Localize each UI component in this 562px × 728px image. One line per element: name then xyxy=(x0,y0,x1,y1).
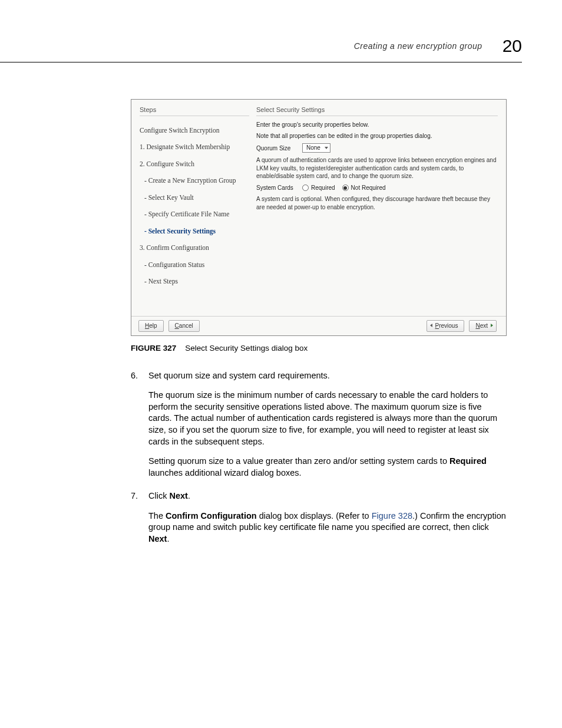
step-1: 1. Designate Switch Membership xyxy=(140,139,249,156)
running-head: Creating a new encryption group 20 xyxy=(0,34,522,62)
step-7-headline: Click Next. xyxy=(148,490,507,502)
step-6-para-1: The quorum size is the minimum number of… xyxy=(148,390,507,447)
figure-label: FIGURE 327 xyxy=(131,344,176,353)
step-3b: - Next Steps xyxy=(140,274,249,291)
dialog-screenshot: Steps Configure Switch Encryption 1. Des… xyxy=(131,99,522,336)
main-panel: Select Security Settings Enter the group… xyxy=(253,100,506,317)
figure-caption: FIGURE 327 Select Security Settings dial… xyxy=(131,343,562,354)
required-bold: Required xyxy=(449,456,487,466)
step-3: 3. Confirm Configuration xyxy=(140,240,249,257)
next-button[interactable]: Next xyxy=(469,320,497,332)
step-2c: - Specify Certificate File Name xyxy=(140,206,249,223)
radio-not-required[interactable]: Not Required xyxy=(342,184,386,192)
quorum-note: A quorum of authentication cards are use… xyxy=(256,156,498,180)
step-7: 7. Click Next. The Confirm Configuration… xyxy=(131,490,507,545)
step-6: 6. Set quorum size and system card requi… xyxy=(131,370,507,479)
step-2d-selected: - Select Security Settings xyxy=(140,223,249,240)
text: dialog box displays. (Refer to xyxy=(257,511,372,521)
button-bar: Help Cancel Previous Next xyxy=(131,316,506,335)
running-title: Creating a new encryption group xyxy=(354,41,482,52)
steps-heading: Configure Switch Encryption xyxy=(140,122,249,139)
figure-text: Select Security Settings dialog box xyxy=(185,344,308,353)
system-cards-label: System Cards xyxy=(256,184,302,192)
main-title: Select Security Settings xyxy=(256,106,498,114)
previous-button[interactable]: Previous xyxy=(427,320,465,332)
chapter-number: 20 xyxy=(503,34,522,58)
radio-required[interactable]: Required xyxy=(302,184,335,192)
quorum-row: Quorum Size None xyxy=(256,143,498,153)
separator xyxy=(140,116,249,116)
system-cards-row: System Cards Required Not Required xyxy=(256,184,498,192)
step-3a: - Configuration Status xyxy=(140,256,249,274)
step-2b: - Select Key Vault xyxy=(140,189,249,206)
steps-panel: Steps Configure Switch Encryption 1. Des… xyxy=(131,100,253,317)
quorum-select[interactable]: None xyxy=(302,143,330,153)
next-bold-2: Next xyxy=(148,534,167,543)
rule xyxy=(0,62,522,62)
steps-label: Steps xyxy=(140,106,249,114)
intro-2: Note that all properties can be edited i… xyxy=(256,132,498,140)
next-bold: Next xyxy=(169,491,187,500)
radio-dot-icon xyxy=(302,185,309,191)
text: . xyxy=(188,491,190,500)
figure-328-link[interactable]: Figure 328 xyxy=(372,511,412,521)
help-button[interactable]: Help xyxy=(138,320,164,332)
radio-required-label: Required xyxy=(311,184,335,192)
step-2: 2. Configure Switch xyxy=(140,156,249,173)
step-6-para-2: Setting quorum size to a value greater t… xyxy=(148,456,507,479)
text: The xyxy=(148,511,166,521)
step-2a: - Create a New Encryption Group xyxy=(140,173,249,190)
step-7-para: The Confirm Configuration dialog box dis… xyxy=(148,510,507,545)
text: Click xyxy=(148,491,169,500)
confirm-config-bold: Confirm Configuration xyxy=(166,511,257,521)
radio-dot-icon xyxy=(342,185,349,191)
step-7-number: 7. xyxy=(131,490,138,502)
separator xyxy=(256,116,498,116)
text: launches additional wizard dialog boxes. xyxy=(148,468,302,477)
quorum-label: Quorum Size xyxy=(256,144,302,153)
step-6-number: 6. xyxy=(131,370,138,382)
text: Setting quorum size to a value greater t… xyxy=(148,456,449,466)
body-text: 6. Set quorum size and system card requi… xyxy=(131,370,507,545)
cancel-button[interactable]: Cancel xyxy=(168,320,200,332)
intro-1: Enter the group's security properties be… xyxy=(256,121,498,129)
system-cards-note: A system card is optional. When configur… xyxy=(256,195,498,211)
step-6-headline: Set quorum size and system card requirem… xyxy=(148,370,507,382)
text: . xyxy=(167,534,169,543)
radio-not-required-label: Not Required xyxy=(351,184,386,192)
security-settings-dialog: Steps Configure Switch Encryption 1. Des… xyxy=(131,99,507,336)
